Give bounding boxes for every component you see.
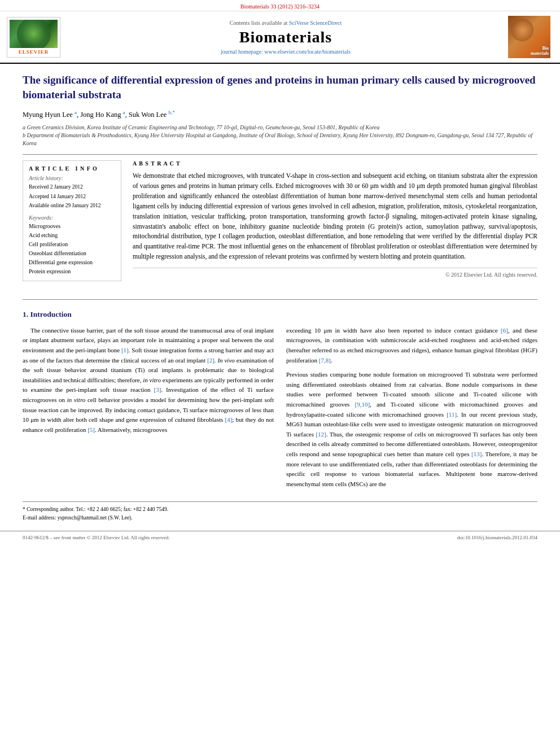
ref-2[interactable]: [2] [207,357,215,364]
email-address: E-mail address: ysprosch@hanmail.net (S.… [23,514,537,522]
history-label: Article history: [29,175,115,181]
keywords-section: Keywords: Microgrooves Acid etching Cell… [29,215,115,276]
available-date: Available online 29 January 2012 [29,201,115,210]
keyword-3: Cell proliferation [29,240,115,249]
abstract-text: We demonstrate that etched microgrooves,… [133,171,537,261]
article-info-box: A R T I C L E I N F O Article history: R… [23,160,121,281]
biomaterials-logo-text: Biomaterials [531,46,549,56]
info-abstract-section: A R T I C L E I N F O Article history: R… [23,160,537,289]
intro-two-col: The connective tissue barrier, part of t… [23,326,537,494]
issn-line: 0142-9612/$ – see front matter © 2012 El… [23,535,170,540]
keywords-label: Keywords: [29,215,115,221]
ref-12[interactable]: [12] [316,431,326,438]
affiliations: a Green Ceramics Division, Korea Institu… [23,124,537,147]
intro-left-para1: The connective tissue barrier, part of t… [23,326,274,435]
ref-5[interactable]: [5] [88,426,95,433]
author2-sup: a [123,110,125,115]
keyword-2: Acid etching [29,231,115,240]
dates-block: Received 2 January 2012 Accepted 14 Janu… [29,182,115,209]
keyword-1: Microgrooves [29,222,115,231]
biomaterials-logo-box-container: Biomaterials [508,16,553,58]
citation-bar: Biomaterials 33 (2012) 3216–3234 [0,0,560,11]
doi-line: doi:10.1016/j.biomaterials.2012.01.034 [457,535,537,540]
intro-section: 1. Introduction The connective tissue ba… [23,310,537,494]
intro-right-para1: exceeding 10 μm in width have also been … [286,326,537,365]
ref-9-10[interactable]: [9,10] [355,401,370,408]
biomaterials-logo-image: Biomaterials [508,16,550,58]
ref-6[interactable]: [6] [501,327,508,334]
received-date: Received 2 January 2012 [29,182,115,191]
elsevier-logo-container: ELSEVIER [7,17,63,58]
intro-left-text: The connective tissue barrier, part of t… [23,326,274,435]
keyword-5: Differential gene expression [29,258,115,267]
sciverse-link[interactable]: SciVerse ScienceDirect [289,20,342,26]
abstract-heading: A B S T R A C T [133,160,537,167]
author3-sup-b: b,* [168,110,174,115]
author3-name: Suk Won Lee [129,111,167,119]
affil-a: a Green Ceramics Division, Korea Institu… [23,124,537,132]
ref-3[interactable]: [3] [154,386,161,393]
intro-left: The connective tissue barrier, part of t… [23,326,274,494]
journal-header: ELSEVIER Contents lists available at Sci… [0,11,560,64]
intro-heading: 1. Introduction [23,310,537,319]
footnotes: * Corresponding author. Tel.: +82 2 440 … [23,501,537,522]
author1-name: Myung Hyun Lee [23,111,73,119]
sciverse-line: Contents lists available at SciVerse Sci… [69,20,502,26]
ref-1[interactable]: [1] [121,347,129,353]
article-history-title: A R T I C L E I N F O [29,165,115,172]
ref-11[interactable]: [11] [447,411,457,418]
journal-title: Biomaterials [69,28,502,46]
bottom-bar: 0142-9612/$ – see front matter © 2012 El… [0,531,560,544]
ref-4[interactable]: [4] [225,416,232,423]
sciverse-prefix: Contents lists available at [230,20,287,26]
affil-b: b Department of Biomaterials & Prosthodo… [23,132,537,147]
citation-text: Biomaterials 33 (2012) 3216–3234 [240,3,320,10]
ref-13[interactable]: [13] [471,451,482,457]
copyright-line: © 2012 Elsevier Ltd. All rights reserved… [133,268,537,278]
abstract-label: A B S T R A C T [133,160,181,167]
journal-header-center: Contents lists available at SciVerse Sci… [69,20,502,55]
corresponding-author: * Corresponding author. Tel.: +82 2 440 … [23,505,537,513]
article-info-label: A R T I C L E I N F O [29,165,98,172]
divider-1 [23,154,537,155]
journal-homepage: journal homepage: www.elsevier.com/locat… [69,49,502,55]
elsevier-tree-image [10,20,58,48]
author1-sup: a [75,110,77,115]
intro-right: exceeding 10 μm in width have also been … [286,326,537,494]
divider-2 [23,299,537,300]
elsevier-wordmark: ELSEVIER [19,49,49,55]
main-content: The significance of differential express… [0,64,560,531]
author2-name: Jong Ho Kang [80,111,121,119]
article-title: The significance of differential express… [23,73,537,102]
intro-right-text: exceeding 10 μm in width have also been … [286,326,537,490]
elsevier-logo: ELSEVIER [7,17,60,58]
intro-right-para2: Previous studies comparing bone nodule f… [286,370,537,489]
article-info-col: A R T I C L E I N F O Article history: R… [23,160,121,289]
keyword-6: Protein expression [29,267,115,276]
keyword-4: Osteoblast differentiation [29,249,115,258]
accepted-date: Accepted 14 January 2012 [29,192,115,201]
ref-7-8[interactable]: [7,8] [319,357,331,364]
abstract-col: A B S T R A C T We demonstrate that etch… [133,160,537,289]
authors-line: Myung Hyun Lee a, Jong Ho Kang a, Suk Wo… [23,110,537,119]
